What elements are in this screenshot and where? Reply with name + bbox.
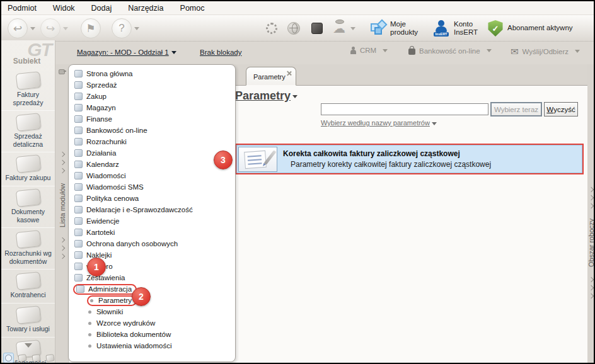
send-receive-caret-icon [575,50,580,53]
my-products-label: Moje produkty [390,20,423,37]
module-item[interactable]: Polityka cenowa [73,193,235,204]
menu-bar: PodmiotWidokDodajNarzędziaPomoc [1,1,594,15]
mini-retail-toggle[interactable] [31,353,42,363]
forward-button[interactable]: ↪ [40,18,61,38]
sidebar-shortcut[interactable]: Dokumenty kasowe [1,186,55,228]
sidebar-shortcut[interactable]: Faktury zakupu [1,152,55,186]
module-item[interactable]: Parametry [73,295,235,306]
menu-item[interactable]: Widok [53,2,83,14]
contractors-icon [15,271,41,290]
page-title[interactable]: Parametry [235,89,298,103]
mini-overview-toggle[interactable] [3,353,14,363]
tab-parametry[interactable]: Parametry [246,67,296,86]
back-icon: ↩ [13,22,22,35]
subscription-status[interactable]: ✓ Abonament aktywny [488,20,573,37]
finance-icon [74,115,83,123]
chevron-right-icon [589,277,594,282]
back-dropdown-caret-icon[interactable] [30,27,35,30]
chevron-right-icon [60,237,65,242]
module-item[interactable]: Finanse [73,113,235,125]
globe-icon[interactable] [287,22,300,35]
module-item[interactable]: Działania [73,147,235,159]
records-icon [74,217,83,225]
module-item[interactable]: Deklaracje i e-Sprawozdawczość [73,204,235,215]
module-item[interactable]: Bankowość on-line [73,125,235,136]
module-item[interactable]: Biblioteka dokumentów [73,329,235,340]
parameter-result-row[interactable]: Korekta całkowita faktury zaliczkowej cz… [235,144,584,174]
flag-button[interactable]: ⚑ [81,18,101,38]
data-protection-icon [74,240,83,247]
help-icon: ? [118,22,124,35]
mini-sales-toggle[interactable] [17,353,28,363]
module-item[interactable]: Magazyn [73,102,235,113]
tab-close-icon[interactable] [286,71,292,76]
help-dropdown-caret-icon[interactable] [134,27,139,30]
sidebar-shortcut[interactable]: Sprzedaż detaliczna [1,111,55,152]
sync-icon[interactable] [266,23,277,34]
chevron-right-icon [60,168,65,173]
card-files-icon [74,229,83,236]
module-item[interactable]: Strona główna [73,68,235,79]
chevron-right-icon [60,254,65,259]
forward-dropdown-caret-icon[interactable] [63,27,68,30]
context-bar: Magazyn: - MOD - Oddział 1 Brak blokady … [55,42,594,64]
menu-item[interactable]: Dodaj [91,2,120,14]
sidebar-shortcut[interactable]: Faktury sprzedaży [1,69,55,111]
chevron-right-icon [60,160,65,165]
online-banking-button[interactable]: Bankowość on-line [408,47,492,55]
mini-purchase-toggle[interactable] [45,353,55,363]
chevron-right-icon [589,285,594,290]
select-now-button[interactable]: Wybierz teraz [490,102,542,117]
warehouse-link[interactable]: Magazyn: - MOD - Oddział 1 [77,48,169,56]
sidebar-shortcut[interactable]: Rozrachunki wg dokumentów [1,228,55,270]
module-item[interactable]: Zakup [73,91,235,102]
module-item[interactable]: Ewidencje [73,215,235,227]
module-item[interactable]: Ochrona danych osobowych [73,238,235,249]
pin-icon[interactable] [58,68,66,76]
menu-item[interactable]: Narzędzia [128,2,171,14]
sidebar-more-button[interactable] [1,343,55,348]
send-receive-label: Wyślij/Odbierz [523,48,569,55]
help-button[interactable]: ? [112,18,132,38]
crm-button[interactable]: CRM [350,47,388,54]
module-item[interactable]: Sprzedaż [73,79,235,91]
cloud-services-button[interactable]: ☁ [333,22,355,35]
send-receive-button[interactable]: ✉ Wyślij/Odbierz [511,47,580,56]
flag-icon: ⚑ [86,22,95,35]
insert-badge: InsERT [434,32,449,37]
my-products-button[interactable]: Moje produkty [371,20,423,37]
warehouse-selector[interactable]: Magazyn: - MOD - Oddział 1 [77,48,176,56]
sales-icon [74,81,83,89]
module-item[interactable]: Administracja [73,283,235,295]
home-icon [74,70,83,77]
menu-item[interactable]: Pomoc [180,2,212,14]
sidebar-shortcut[interactable]: Kontrahenci [1,270,55,304]
cube-icon[interactable] [311,23,323,34]
workspace-strip[interactable]: Obszar roboczy [587,64,595,364]
administration-icon [76,285,84,293]
bullet-icon [90,299,93,302]
module-item[interactable]: Słowniki [73,306,235,317]
module-item[interactable]: Ustawienia wiadomości [73,340,235,351]
module-item[interactable]: Wiadomości [73,170,235,181]
menu-item[interactable]: Podmiot [8,2,44,14]
module-item[interactable]: Wzorce wydruków [73,317,235,329]
parameter-search-input[interactable] [321,103,488,115]
result-title: Korekta całkowita faktury zaliczkowej cz… [283,149,491,158]
module-list-strip[interactable]: Lista modułów [55,64,69,364]
module-item[interactable]: Rozrachunki [73,136,235,147]
activities-icon [74,149,83,157]
chevron-right-icon [589,195,594,200]
module-item[interactable]: Wiadomości SMS [73,181,235,193]
module-item[interactable]: Kartoteki [73,227,235,238]
cloud-dropdown-caret-icon[interactable] [350,27,355,30]
coins-icon [18,354,26,362]
module-item[interactable]: Kalendarz [73,159,235,170]
clear-button[interactable]: Wyczyść [544,102,578,117]
lock-status-link[interactable]: Brak blokady [200,48,241,56]
insert-account-button[interactable]: InsERT Konto InsERT [433,20,479,37]
sidebar-shortcut[interactable]: Towary i usługi [1,304,55,338]
back-button[interactable]: ↩ [8,18,28,38]
filter-by-name-link[interactable]: Wybierz według nazwy parametrów [321,119,437,127]
bullet-icon [88,333,91,336]
